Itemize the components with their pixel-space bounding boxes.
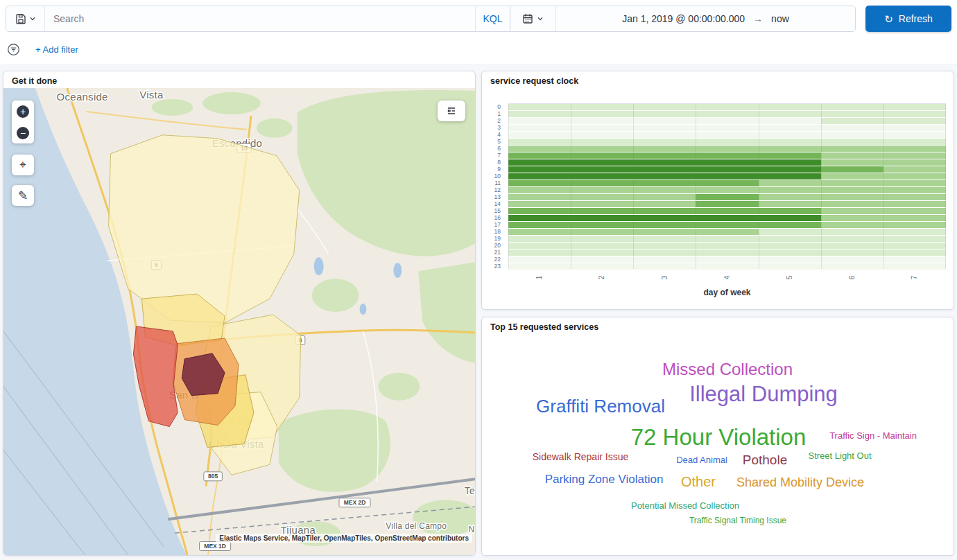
heatmap-cell[interactable]: [571, 111, 633, 117]
heatmap-cell[interactable]: [821, 104, 883, 110]
heatmap-cell[interactable]: [633, 166, 696, 173]
heatmap-cell[interactable]: [883, 201, 946, 207]
tag-cloud-item[interactable]: Traffic Sign - Maintain: [829, 431, 917, 441]
heatmap-cell[interactable]: [633, 222, 696, 228]
heatmap-cell[interactable]: [633, 243, 696, 249]
heatmap-cell[interactable]: [821, 263, 883, 270]
heatmap-cell[interactable]: [571, 263, 633, 270]
heatmap-cell[interactable]: [821, 187, 883, 193]
heatmap-cell[interactable]: [696, 146, 758, 152]
heatmap-cell[interactable]: [571, 222, 633, 228]
heatmap-cell[interactable]: [883, 208, 946, 214]
tag-cloud-item[interactable]: Missed Collection: [662, 360, 793, 378]
heatmap-cell[interactable]: [821, 194, 883, 200]
heatmap-cell[interactable]: [759, 118, 821, 124]
heatmap-cell[interactable]: [821, 201, 883, 207]
heatmap-cell[interactable]: [883, 132, 946, 138]
heatmap-cell[interactable]: [759, 263, 821, 270]
heatmap-cell[interactable]: [759, 159, 821, 166]
heatmap-cell[interactable]: [633, 229, 696, 235]
heatmap-cell[interactable]: [633, 180, 696, 186]
heatmap-cell[interactable]: [508, 236, 571, 242]
heatmap-cell[interactable]: [696, 180, 758, 186]
heatmap-cell[interactable]: [633, 159, 696, 166]
heatmap-cell[interactable]: [883, 250, 946, 256]
heatmap-cell[interactable]: [508, 229, 571, 235]
kql-button[interactable]: KQL: [475, 6, 510, 31]
heatmap-cell[interactable]: [759, 187, 821, 193]
refresh-button[interactable]: ↻ Refresh: [865, 6, 951, 32]
draw-tools-button[interactable]: ✎: [12, 185, 34, 206]
heatmap-cell[interactable]: [883, 125, 946, 131]
heatmap-cell[interactable]: [633, 152, 696, 159]
heatmap-cell[interactable]: [508, 250, 571, 256]
heatmap-cell[interactable]: [759, 208, 821, 214]
tag-cloud-item[interactable]: Pothole: [743, 453, 787, 468]
heatmap-cell[interactable]: [883, 139, 946, 145]
tag-cloud-item[interactable]: Sidewalk Repair Issue: [533, 452, 629, 462]
tag-cloud-item[interactable]: Other: [681, 474, 716, 489]
heatmap-cell[interactable]: [821, 152, 883, 159]
heatmap-cell[interactable]: [633, 139, 696, 145]
heatmap-cell[interactable]: [696, 215, 758, 221]
tag-cloud-item[interactable]: 72 Hour Violation: [631, 425, 807, 450]
heatmap-cell[interactable]: [633, 146, 696, 152]
add-filter-button[interactable]: + Add filter: [35, 44, 78, 55]
heatmap-cell[interactable]: [696, 208, 758, 214]
heatmap-cell[interactable]: [508, 166, 571, 173]
heatmap-cell[interactable]: [821, 118, 883, 124]
heatmap-cell[interactable]: [696, 263, 758, 270]
start-date-button[interactable]: Jan 1, 2019 @ 00:00:00.000: [619, 12, 748, 26]
heatmap-cell[interactable]: [508, 132, 571, 138]
heatmap-cell[interactable]: [571, 208, 633, 214]
heatmap-grid[interactable]: [508, 103, 946, 270]
locate-button[interactable]: ⌖: [12, 155, 34, 175]
heatmap-cell[interactable]: [821, 215, 883, 221]
heatmap-cell[interactable]: [571, 159, 633, 166]
heatmap-cell[interactable]: [633, 132, 696, 138]
heatmap-cell[interactable]: [633, 236, 696, 242]
heatmap-cell[interactable]: [508, 222, 571, 228]
heatmap-cell[interactable]: [571, 250, 633, 256]
heatmap-cell[interactable]: [633, 111, 696, 117]
legend-collapse-button[interactable]: [438, 100, 465, 121]
heatmap-cell[interactable]: [633, 208, 696, 214]
heatmap-cell[interactable]: [633, 256, 696, 263]
heatmap-cell[interactable]: [696, 139, 758, 145]
tag-cloud-item[interactable]: Street Light Out: [808, 451, 871, 461]
heatmap-cell[interactable]: [508, 215, 571, 221]
search-input[interactable]: [45, 6, 475, 31]
heatmap-cell[interactable]: [759, 201, 821, 207]
heatmap-cell[interactable]: [571, 243, 633, 249]
heatmap-cell[interactable]: [696, 111, 758, 117]
heatmap-cell[interactable]: [821, 166, 883, 173]
filter-menu-button[interactable]: [7, 43, 20, 56]
heatmap-cell[interactable]: [696, 125, 758, 131]
heatmap-cell[interactable]: [883, 256, 946, 263]
date-picker-button[interactable]: [510, 6, 555, 31]
heatmap-cell[interactable]: [571, 256, 633, 263]
tag-cloud-item[interactable]: Graffiti Removal: [536, 396, 665, 417]
heatmap-cell[interactable]: [633, 173, 696, 180]
heatmap-cell[interactable]: [508, 201, 571, 207]
heatmap-cell[interactable]: [759, 146, 821, 152]
heatmap-cell[interactable]: [696, 229, 758, 235]
tag-cloud-item[interactable]: Dead Animal: [676, 455, 727, 465]
heatmap-cell[interactable]: [821, 173, 883, 180]
heatmap-cell[interactable]: [508, 104, 571, 110]
heatmap-cell[interactable]: [821, 146, 883, 152]
heatmap-cell[interactable]: [821, 256, 883, 263]
heatmap-cell[interactable]: [696, 104, 758, 110]
heatmap-cell[interactable]: [571, 104, 633, 110]
heatmap-cell[interactable]: [883, 159, 946, 166]
heatmap-cell[interactable]: [759, 125, 821, 131]
heatmap-cell[interactable]: [821, 132, 883, 138]
heatmap-cell[interactable]: [883, 166, 946, 173]
heatmap-cell[interactable]: [821, 180, 883, 186]
heatmap-cell[interactable]: [508, 187, 571, 193]
heatmap-cell[interactable]: [696, 166, 758, 173]
heatmap-cell[interactable]: [508, 152, 571, 159]
heatmap-cell[interactable]: [571, 215, 633, 221]
heatmap-cell[interactable]: [696, 236, 758, 242]
map-attribution[interactable]: Elastic Maps Service, MapTiler, OpenMapT…: [216, 534, 472, 543]
